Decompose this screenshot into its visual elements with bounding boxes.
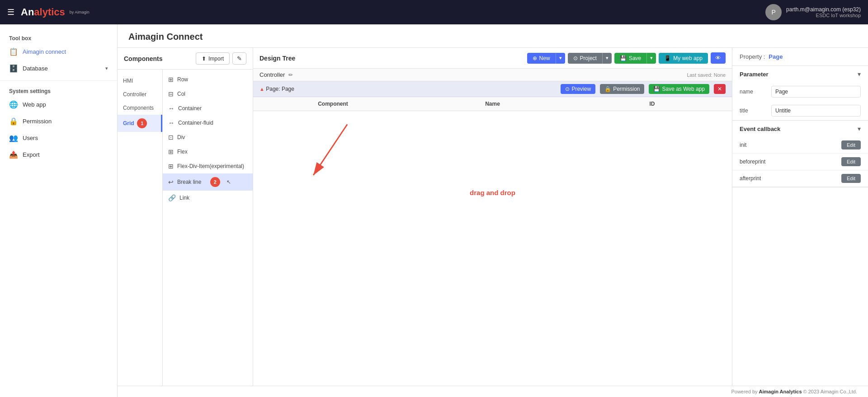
web-app-icon: 🌐 bbox=[9, 100, 18, 109]
user-email: parth.m@aimagin.com (esp32) bbox=[786, 6, 861, 13]
col-name: Name bbox=[413, 97, 572, 111]
drag-drop-arrow bbox=[289, 120, 380, 188]
sidebar: Tool box 📋 Aimagin connect 🗄️ Database ▾… bbox=[0, 24, 118, 397]
comp-div[interactable]: ⊡ Div bbox=[163, 130, 253, 145]
sidebar-item-label: Users bbox=[23, 135, 38, 141]
sidebar-item-label: Database bbox=[23, 65, 48, 72]
comp-label: Div bbox=[177, 134, 185, 140]
edit-init-button[interactable]: Edit bbox=[841, 140, 861, 149]
comp-container[interactable]: ↔ Container bbox=[163, 101, 253, 116]
save-web-icon: 💾 bbox=[653, 86, 660, 92]
save-as-web-app-button[interactable]: 💾 Save as Web app bbox=[649, 84, 709, 94]
page-header: Aimagin Connect bbox=[118, 24, 868, 48]
project-button[interactable]: ⊙ Project bbox=[568, 53, 602, 64]
components-category: HMI Controller Components Grid 1 bbox=[118, 70, 163, 386]
edit-afterprint-button[interactable]: Edit bbox=[841, 174, 861, 183]
project-btn-group: ⊙ Project ▾ bbox=[568, 53, 612, 64]
step1-badge: 1 bbox=[137, 118, 147, 128]
category-hmi[interactable]: HMI bbox=[118, 74, 162, 88]
property-title: Property : bbox=[740, 53, 765, 60]
project-dropdown-button[interactable]: ▾ bbox=[602, 53, 612, 64]
drag-drop-text: drag and drop bbox=[470, 189, 515, 196]
sidebar-item-aimagin-connect[interactable]: 📋 Aimagin connect bbox=[0, 43, 117, 60]
comp-label: Break line bbox=[177, 179, 201, 185]
design-tree-panel: Design Tree ⊕ New ▾ bbox=[253, 48, 732, 386]
name-input[interactable] bbox=[771, 86, 861, 98]
system-settings-title: System settings bbox=[0, 84, 117, 96]
components-actions: ⬆ Import ✎ bbox=[196, 52, 246, 65]
title-input[interactable] bbox=[771, 105, 861, 117]
sidebar-item-label: Permission bbox=[23, 118, 52, 125]
comp-flex-div-item[interactable]: ⊞ Flex-Div-Item(experimental) bbox=[163, 159, 253, 173]
comp-link[interactable]: 🔗 Link bbox=[163, 191, 253, 205]
permission-icon: 🔒 bbox=[9, 117, 18, 126]
export-icon: 📤 bbox=[9, 150, 18, 159]
flex-div-item-icon: ⊞ bbox=[168, 163, 174, 170]
controller-bar: Controller ✏ Last saved: None bbox=[253, 69, 732, 81]
save-button[interactable]: 💾 Save bbox=[614, 53, 646, 64]
comp-row[interactable]: ⊞ Row bbox=[163, 72, 253, 87]
title-field: title bbox=[732, 101, 868, 120]
footer: Powered by Aimagin Analytics © 2023 Aima… bbox=[118, 386, 868, 397]
break-line-icon: ↩ bbox=[168, 178, 174, 186]
close-page-button[interactable]: ✕ bbox=[714, 84, 726, 94]
event-section-title: Event callback bbox=[740, 126, 780, 132]
edit-icon[interactable]: ✏ bbox=[288, 72, 293, 78]
sidebar-item-users[interactable]: 👥 Users bbox=[0, 130, 117, 146]
comp-break-line[interactable]: ↩ Break line 2 ↖ bbox=[163, 173, 253, 191]
comp-label: Flex-Div-Item(experimental) bbox=[177, 163, 244, 169]
comp-label: Container bbox=[178, 105, 202, 112]
chevron-down-icon: ▾ bbox=[105, 65, 108, 71]
new-button[interactable]: ⊕ New bbox=[527, 53, 556, 64]
eye-button[interactable]: 👁 bbox=[711, 52, 726, 64]
save-dropdown-button[interactable]: ▾ bbox=[646, 53, 656, 64]
sidebar-item-export[interactable]: 📤 Export bbox=[0, 146, 117, 163]
users-icon: 👥 bbox=[9, 134, 18, 142]
components-body: HMI Controller Components Grid 1 ⊞ Row bbox=[118, 70, 253, 386]
comp-flex[interactable]: ⊞ Flex bbox=[163, 145, 253, 159]
comp-label: Row bbox=[177, 76, 188, 83]
logo-an: An bbox=[21, 6, 34, 18]
preview-icon: ⊙ bbox=[565, 86, 570, 92]
category-controller[interactable]: Controller bbox=[118, 88, 162, 101]
category-grid[interactable]: Grid 1 bbox=[118, 115, 162, 132]
topnav: ☰ Analytics by Aimagin P parth.m@aimagin… bbox=[0, 0, 868, 24]
export-icon-button[interactable]: ✎ bbox=[232, 52, 246, 65]
logo-lytics: alytics bbox=[34, 6, 65, 18]
category-components[interactable]: Components bbox=[118, 101, 162, 115]
lock-icon: 🔒 bbox=[604, 86, 611, 92]
svg-line-1 bbox=[313, 124, 347, 175]
design-tree-header: Design Tree ⊕ New ▾ bbox=[253, 48, 732, 69]
edit-beforeprint-button[interactable]: Edit bbox=[841, 157, 861, 166]
parameter-section-header[interactable]: Parameter ▾ bbox=[732, 66, 868, 82]
preview-button[interactable]: ⊙ Preview bbox=[561, 84, 595, 94]
permission-button[interactable]: 🔒 Permission bbox=[600, 84, 644, 94]
cursor-indicator: ↖ bbox=[226, 179, 231, 185]
event-section-header[interactable]: Event callback ▾ bbox=[732, 121, 868, 137]
design-tree-actions: ⊕ New ▾ ⊙ Project ▾ bbox=[527, 52, 726, 64]
my-web-app-button[interactable]: 📱 My web app bbox=[659, 53, 708, 64]
drag-drop-area: drag and drop bbox=[253, 111, 732, 247]
comp-container-fluid[interactable]: ↔ Container-fluid bbox=[163, 116, 253, 130]
parameter-section-title: Parameter bbox=[740, 71, 769, 78]
controller-label: Controller bbox=[259, 71, 285, 78]
menu-icon[interactable]: ☰ bbox=[7, 7, 14, 17]
import-button[interactable]: ⬆ Import bbox=[196, 52, 230, 65]
sidebar-item-web-app[interactable]: 🌐 Web app bbox=[0, 96, 117, 113]
new-dropdown-button[interactable]: ▾ bbox=[556, 53, 565, 64]
logo: Analytics by Aimagin bbox=[21, 6, 90, 18]
comp-label: Flex bbox=[177, 149, 188, 155]
page-bar: ▲ Page: Page ⊙ Preview 🔒 Permission 💾 Sa… bbox=[253, 81, 732, 97]
event-afterprint-label: afterprint bbox=[740, 175, 841, 182]
comp-col[interactable]: ⊟ Col bbox=[163, 87, 253, 101]
container-fluid-icon: ↔ bbox=[168, 119, 175, 126]
comp-label: Link bbox=[179, 195, 189, 201]
eye-icon: 👁 bbox=[715, 55, 721, 61]
sidebar-item-permission[interactable]: 🔒 Permission bbox=[0, 113, 117, 130]
logo-sub: by Aimagin bbox=[70, 10, 90, 14]
new-btn-group: ⊕ New ▾ bbox=[527, 53, 565, 64]
event-init: init Edit bbox=[732, 137, 868, 154]
last-saved: Last saved: None bbox=[687, 72, 726, 78]
components-header: Components ⬆ Import ✎ bbox=[118, 48, 253, 70]
sidebar-item-database[interactable]: 🗄️ Database ▾ bbox=[0, 60, 117, 77]
